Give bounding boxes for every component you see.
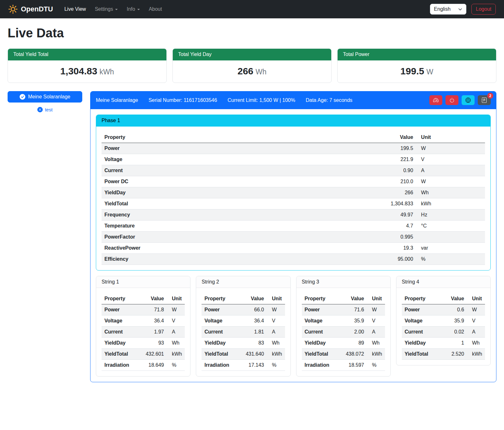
chevron-down-icon [458,7,462,11]
value-cell: 2.00 [338,327,367,338]
value-cell: 199.5 [370,143,416,154]
value-cell: 71.8 [138,304,167,315]
unit-cell: W [416,176,485,187]
brand-link[interactable]: OpenDTU [8,4,53,14]
column-header-property: Property [202,293,238,304]
table-row: PowerFactor0.995 [102,232,485,243]
value-cell: 432.601 [138,349,167,360]
inverter-data-age: Data Age: 7 seconds [306,97,352,103]
unit-cell: A [416,165,485,176]
unit-cell: V [267,315,285,327]
stat-card-total-yield-total: Total Yield Total 1,304.83kWh [8,48,167,83]
property-cell: Current [202,327,238,338]
property-cell: Power [102,143,370,154]
column-header-value: Value [370,132,416,143]
cpu-icon [465,97,471,103]
nav-links: Live View Settings Info About [60,4,166,15]
value-cell: 83 [238,338,267,349]
value-cell: 1,304.833 [370,198,416,209]
unit-cell: V [416,154,485,165]
stat-card-total-power: Total Power 199.5W [337,48,496,83]
property-cell: YieldDay [102,187,370,198]
stat-card-header: Total Yield Day [173,49,331,60]
table-row: Voltage35.9V [302,315,385,327]
inverter-serial: Serial Number: 116171603546 [148,97,217,103]
power-button[interactable] [445,95,458,105]
stat-card-header: Total Yield Total [8,49,166,60]
table-row: Temperature4.7°C [102,221,485,232]
page-content: Live Data Total Yield Total 1,304.83kWh … [0,18,504,391]
table-row: Voltage221.9V [102,154,485,165]
table-row: Efficiency95.000% [102,254,485,265]
table-row: Voltage36.4V [202,315,285,327]
unit-cell: var [416,243,485,254]
table-row: Power71.8W [102,304,185,315]
property-cell: Power [202,304,238,315]
table-row: YieldTotal432.601kWh [102,349,185,360]
inverter-action-buttons: 2 [429,95,491,105]
stat-card-total-yield-day: Total Yield Day 266Wh [172,48,332,83]
unit-cell: A [167,327,185,338]
eventlog-button[interactable]: 2 [478,95,491,105]
value-cell: 36.4 [238,315,267,327]
value-cell: 2.520 [438,349,467,360]
string-card-header: String 1 [96,276,190,288]
nav-item-info[interactable]: Info [122,4,144,15]
nav-item-settings[interactable]: Settings [90,4,122,15]
unit-cell: kWh [267,349,285,360]
limit-settings-button[interactable] [429,95,442,105]
column-header-unit: Unit [367,293,385,304]
eventlog-count-badge: 2 [487,93,493,99]
property-cell: YieldDay [302,338,338,349]
table-row: Voltage36.4V [102,315,185,327]
column-header-property: Property [302,293,338,304]
column-header-value: Value [138,293,167,304]
table-row: ReactivePower19.3var [102,243,485,254]
unit-cell: % [367,360,385,371]
property-cell: YieldTotal [402,349,438,360]
phase-card: Phase 1 Property Value Unit Power199.5WV… [96,115,491,271]
language-select[interactable]: English [430,4,466,15]
unit-cell: Wh [416,187,485,198]
string-table: Property Value Unit Power66.0WVoltage36.… [202,293,285,371]
inverter-select-test[interactable]: test [8,107,82,112]
column-header-unit: Unit [267,293,285,304]
column-header-value: Value [238,293,267,304]
stat-card-body: 266Wh [173,60,331,83]
table-body: Power71.8WVoltage36.4VCurrent1.97AYieldD… [102,304,185,371]
value-cell: 221.9 [370,154,416,165]
value-cell: 71.6 [338,304,367,315]
property-cell: YieldTotal [102,349,138,360]
table-row: YieldTotal1,304.833kWh [102,198,485,209]
inverter-select-button-active[interactable]: Meine Solaranlage [8,91,82,103]
property-cell: Voltage [402,315,438,327]
table-head: Property Value Unit [102,132,485,143]
stat-card-body: 199.5W [338,60,496,83]
nav-item-about[interactable]: About [144,4,166,15]
property-cell: Voltage [102,154,370,165]
nav-item-label: Info [127,6,135,12]
unit-cell: A [267,327,285,338]
string-card-body: Property Value Unit Power0.6WVoltage35.9… [396,288,490,365]
column-header-unit: Unit [416,132,485,143]
inverter-panel: Meine Solaranlage Serial Number: 1161716… [90,91,496,382]
unit-cell: Wh [367,338,385,349]
sun-logo-icon [8,4,18,14]
stat-unit: Wh [256,68,267,76]
value-cell: 0.02 [438,327,467,338]
stat-value: 1,304.83 [60,66,97,76]
value-cell: 93 [138,338,167,349]
inverter-panel-header: Meine Solaranlage Serial Number: 1161716… [90,91,496,109]
property-cell: YieldDay [102,338,138,349]
device-info-button[interactable] [462,95,475,105]
phase-card-header: Phase 1 [96,115,490,127]
table-body: Power71.6WVoltage35.9VCurrent2.00AYieldD… [302,304,385,371]
nav-item-live-view[interactable]: Live View [60,4,90,15]
table-header-row: Property Value Unit [102,132,485,143]
unit-cell: W [467,304,485,315]
table-row: YieldTotal2.520kWh [402,349,485,360]
table-row: Frequency49.97Hz [102,209,485,221]
logout-button[interactable]: Logout [471,4,496,15]
table-row: Power71.6W [302,304,385,315]
property-cell: YieldTotal [102,198,370,209]
